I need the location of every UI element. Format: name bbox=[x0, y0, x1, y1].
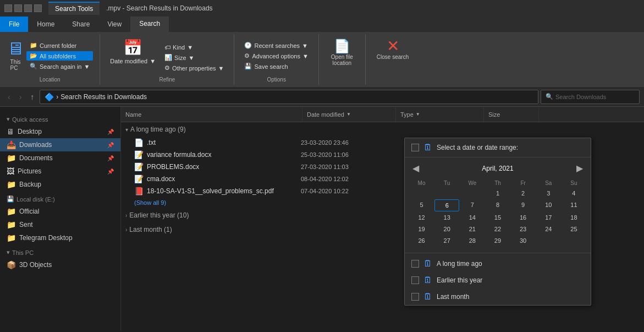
cal-day-19[interactable]: 19 bbox=[409, 224, 434, 235]
col-header-date[interactable]: Date modified ▼ bbox=[302, 107, 396, 122]
date-modified-button[interactable]: Date modified ▼ bbox=[107, 57, 159, 66]
advanced-options-arrow: ▼ bbox=[302, 53, 309, 59]
cal-day-13[interactable]: 13 bbox=[434, 212, 459, 223]
advanced-options-button[interactable]: ⚙ Advanced options ▼ bbox=[241, 51, 311, 61]
tab-home[interactable]: Home bbox=[28, 17, 63, 32]
cal-day-20[interactable]: 20 bbox=[434, 224, 459, 235]
cal-day-14[interactable]: 14 bbox=[460, 212, 485, 223]
date-modified-icon: 📅 bbox=[123, 39, 142, 57]
current-folder-button[interactable]: 📁 Current folder bbox=[26, 41, 93, 50]
all-subfolders-button[interactable]: 📂 All subfolders bbox=[26, 51, 93, 61]
options-group-label: Options bbox=[267, 74, 285, 83]
long-ago-checkbox[interactable] bbox=[411, 260, 419, 268]
3dobjects-icon: 📦 bbox=[7, 260, 16, 269]
other-props-icon: ⚙ bbox=[164, 64, 170, 72]
earlier-icon: 🗓 bbox=[423, 275, 432, 285]
range-item-long-ago[interactable]: 🗓 A long time ago bbox=[405, 255, 591, 272]
address-bar[interactable]: 🔷 › Search Results in Downloads bbox=[40, 90, 538, 104]
cal-day-2[interactable]: 2 bbox=[511, 188, 536, 199]
sidebar-item-documents[interactable]: 📁 Documents 📌 bbox=[0, 151, 120, 165]
cal-day-8[interactable]: 8 bbox=[485, 199, 510, 211]
window-icon2 bbox=[14, 4, 22, 12]
cal-day-12[interactable]: 12 bbox=[409, 212, 434, 223]
this-pc-label: ThisPC bbox=[10, 59, 21, 71]
cal-day-9[interactable]: 9 bbox=[511, 199, 536, 211]
tab-view[interactable]: View bbox=[98, 17, 130, 32]
close-x-icon: ✕ bbox=[387, 39, 399, 54]
search-box[interactable]: 🔍 Search Downloads bbox=[541, 90, 640, 104]
calendar-prev-button[interactable]: ◀ bbox=[409, 162, 422, 175]
cal-day-4[interactable]: 4 bbox=[562, 188, 586, 199]
sidebar-item-3dobjects[interactable]: 📦 3D Objects bbox=[0, 258, 120, 271]
cal-day-27[interactable]: 27 bbox=[434, 235, 459, 246]
open-file-location-button[interactable]: 📄 Open filelocation bbox=[326, 36, 359, 68]
col-type-label: Type bbox=[400, 111, 414, 118]
subfolder-icon: 📂 bbox=[30, 52, 37, 59]
recent-searches-icon: 🕐 bbox=[244, 42, 252, 49]
save-search-button[interactable]: 💾 Save search bbox=[241, 62, 311, 71]
cal-day-1[interactable]: 1 bbox=[485, 188, 510, 199]
cal-day-29[interactable]: 29 bbox=[485, 235, 510, 246]
col-header-size[interactable]: Size bbox=[484, 107, 539, 122]
cal-day-17[interactable]: 17 bbox=[536, 212, 561, 223]
search-again-arrow: ▼ bbox=[84, 63, 90, 70]
other-properties-button[interactable]: ⚙ Other properties ▼ bbox=[161, 63, 227, 73]
calendar-next-button[interactable]: ▶ bbox=[573, 162, 586, 175]
tab-search[interactable]: Search bbox=[130, 17, 169, 32]
up-button[interactable]: ↑ bbox=[27, 90, 37, 104]
earlier-checkbox[interactable] bbox=[411, 276, 419, 284]
sidebar-item-pictures[interactable]: 🖼 Pictures 📌 bbox=[0, 165, 120, 178]
col-header-name[interactable]: Name bbox=[121, 107, 302, 122]
cal-day-7[interactable]: 7 bbox=[460, 199, 485, 211]
cal-day-15[interactable]: 15 bbox=[485, 212, 510, 223]
cal-day-3[interactable]: 3 bbox=[536, 188, 561, 199]
cal-day-23[interactable]: 23 bbox=[511, 224, 536, 235]
last-month-checkbox[interactable] bbox=[411, 293, 419, 301]
cal-day-empty-5 bbox=[562, 235, 586, 246]
cal-day-18[interactable]: 18 bbox=[562, 212, 586, 223]
sidebar-item-telegram[interactable]: 📁 Telegram Desktop bbox=[0, 231, 120, 244]
cal-day-6-today[interactable]: 6 bbox=[434, 199, 459, 211]
range-item-last-month[interactable]: 🗓 Last month bbox=[405, 289, 591, 305]
close-search-label: Close search bbox=[377, 54, 409, 60]
local-disk-item[interactable]: 💾 Local disk (E:) bbox=[0, 193, 120, 205]
forward-button[interactable]: › bbox=[16, 90, 25, 104]
cal-day-10[interactable]: 10 bbox=[536, 199, 561, 211]
search-again-button[interactable]: 🔍 Search again in ▼ bbox=[26, 62, 93, 71]
col-header-type[interactable]: Type ▼ bbox=[396, 107, 484, 122]
sidebar-item-sent[interactable]: 📁 Sent bbox=[0, 218, 120, 231]
cal-day-22[interactable]: 22 bbox=[485, 224, 510, 235]
size-label: Size bbox=[174, 55, 186, 61]
file-name-pdf: 18-10-SA-V1-S1__solved_problems_sc.pdf bbox=[147, 187, 301, 195]
file-date-cma: 08-04-2020 12:02 bbox=[301, 176, 394, 182]
file-date-variance: 25-03-2020 11:06 bbox=[301, 151, 394, 158]
cal-day-26[interactable]: 26 bbox=[409, 235, 434, 246]
group-header-long-ago[interactable]: ▾ A long time ago (9) bbox=[121, 122, 644, 137]
sidebar-item-official[interactable]: 📁 Official bbox=[0, 205, 120, 218]
cal-day-24[interactable]: 24 bbox=[536, 224, 561, 235]
tab-file[interactable]: File bbox=[0, 17, 28, 32]
close-search-button[interactable]: ✕ Close search bbox=[372, 36, 413, 62]
sidebar-item-backup[interactable]: 📁 Backup bbox=[0, 178, 120, 191]
range-item-earlier[interactable]: 🗓 Earlier this year bbox=[405, 272, 591, 289]
local-disk-label: Local disk (E:) bbox=[16, 196, 55, 203]
cal-day-25[interactable]: 25 bbox=[562, 224, 586, 235]
cal-day-5[interactable]: 5 bbox=[409, 199, 434, 211]
size-button[interactable]: 📊 Size ▼ bbox=[161, 53, 227, 62]
sidebar-item-downloads[interactable]: 📥 Downloads 📌 bbox=[0, 138, 120, 151]
sidebar-item-desktop[interactable]: 🖥 Desktop 📌 bbox=[0, 125, 120, 138]
kind-button[interactable]: 🏷 Kind ▼ bbox=[161, 43, 227, 52]
tab-share[interactable]: Share bbox=[63, 17, 98, 32]
cal-day-16[interactable]: 16 bbox=[511, 212, 536, 223]
search-tools-tab[interactable]: Search Tools bbox=[48, 2, 100, 15]
cal-day-21[interactable]: 21 bbox=[460, 224, 485, 235]
pictures-label: Pictures bbox=[18, 167, 41, 175]
sidebar: ▾ Quick access 🖥 Desktop 📌 📥 Downloads 📌… bbox=[0, 107, 121, 331]
back-button[interactable]: ‹ bbox=[4, 90, 14, 104]
cal-day-11[interactable]: 11 bbox=[562, 199, 586, 211]
date-range-checkbox[interactable] bbox=[411, 144, 419, 151]
recent-searches-button[interactable]: 🕐 Recent searches ▼ bbox=[241, 41, 311, 50]
cal-day-28[interactable]: 28 bbox=[460, 235, 485, 246]
cal-day-30[interactable]: 30 bbox=[511, 235, 536, 246]
official-icon: 📁 bbox=[7, 207, 16, 216]
